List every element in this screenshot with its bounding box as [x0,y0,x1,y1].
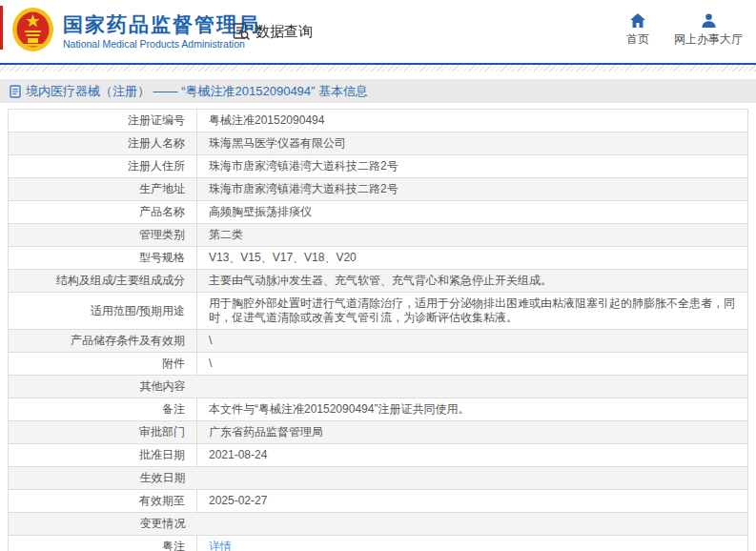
table-row: 审批部门 广东省药品监督管理局 [9,421,748,444]
field-value: 广东省药品监督管理局 [197,421,748,444]
site-subtitle: National Medical Products Administration [63,38,260,50]
home-icon [630,13,645,28]
field-value: 2025-02-27 [197,490,748,513]
table-row: 备注 本文件与“粤械注准20152090494”注册证共同使用。 [9,398,748,421]
document-icon [10,85,21,98]
field-label: 注册证编号 [9,110,197,133]
field-label: 生产地址 [9,178,197,201]
user-icon [702,13,716,28]
table-row: 附件 \ [9,353,748,376]
nav-home-label: 首页 [626,31,649,48]
field-value: 2021-08-24 [197,444,748,467]
data-query-label: 数据查询 [255,23,313,41]
table-row: 产品名称 高频胸壁振荡排痰仪 [9,201,748,224]
table-row: 注册人名称 珠海黑马医学仪器有限公司 [9,133,748,155]
field-value: 粤械注准20152090494 [197,110,748,133]
field-value: 珠海市唐家湾镇港湾大道科技二路2号 [197,155,748,178]
table-row: 结构及组成/主要组成成分 主要由气动脉冲发生器、充气软管、充气背心和紧急停止开关… [9,270,748,293]
table-row: 有效期至 2025-02-27 [9,490,748,513]
page-title-bar: 境内医疗器械（注册） —— “粤械注准20152090494” 基本信息 [0,79,756,103]
field-label: 型号规格 [9,247,197,270]
national-emblem-icon [11,7,54,54]
site-header: 国家药品监督管理局 National Medical Products Admi… [0,0,756,63]
field-value: 本文件与“粤械注准20152090494”注册证共同使用。 [197,398,748,421]
field-label: 审批部门 [9,421,197,444]
red-edge-strip [0,6,3,50]
page-title: 境内医疗器械（注册） —— “粤械注准20152090494” 基本信息 [26,83,368,100]
field-value: \ [197,353,748,376]
hatch-pattern-strip [0,65,756,71]
field-label: 粤注 [9,536,197,551]
field-value: 珠海市唐家湾镇港湾大道科技二路2号 [197,178,748,201]
field-value: 用于胸腔外部处置时进行气道清除治疗，适用于分泌物排出困难或由粘液阻塞引起的肺膨胀… [197,293,748,330]
field-value [197,467,748,490]
site-title: 国家药品监督管理局 [63,12,260,37]
field-label: 批准日期 [9,444,197,467]
field-value: 珠海黑马医学仪器有限公司 [197,133,748,155]
detail-link[interactable]: 详情 [209,540,232,551]
field-label: 有效期至 [9,490,197,513]
table-row: 型号规格 V13、V15、V17、V18、V20 [9,247,748,270]
field-label: 结构及组成/主要组成成分 [9,270,197,293]
table-row: 生产地址 珠海市唐家湾镇港湾大道科技二路2号 [9,178,748,201]
field-label: 产品名称 [9,201,197,224]
field-value: 第二类 [197,224,748,247]
field-value: 主要由气动脉冲发生器、充气软管、充气背心和紧急停止开关组成。 [197,270,748,293]
table-row: 注册人住所 珠海市唐家湾镇港湾大道科技二路2号 [9,155,748,178]
field-label: 注册人住所 [9,155,197,178]
table-row: 注册证编号 粤械注准20152090494 [9,110,748,133]
field-label: 其他内容 [9,376,197,398]
field-value: V13、V15、V17、V18、V20 [197,247,748,270]
table-row: 其他内容 [9,376,748,398]
table-row: 粤注 详情 [9,536,748,551]
registration-info-table: 注册证编号 粤械注准20152090494 注册人名称 珠海黑马医学仪器有限公司… [8,109,748,551]
field-label: 管理类别 [9,224,197,247]
field-label: 备注 [9,398,197,421]
nav-home[interactable]: 首页 [626,13,649,48]
spacer [0,71,756,79]
field-value: 高频胸壁振荡排痰仪 [197,201,748,224]
table-row: 批准日期 2021-08-24 [9,444,748,467]
table-row: 适用范围/预期用途 用于胸腔外部处置时进行气道清除治疗，适用于分泌物排出困难或由… [9,293,748,330]
header-nav: 首页 网上办事大厅 [626,13,743,48]
table-row: 生效日期 [9,467,748,490]
field-value: 详情 [197,536,748,551]
brand: 国家药品监督管理局 National Medical Products Admi… [11,7,260,54]
nav-online-hall-label: 网上办事大厅 [674,31,743,48]
field-value [197,376,748,398]
data-query-icon [232,22,251,41]
brand-text: 国家药品监督管理局 National Medical Products Admi… [63,12,260,50]
field-label: 变更情况 [9,513,197,536]
table-row: 产品储存条件及有效期 \ [9,330,748,353]
nav-online-hall[interactable]: 网上办事大厅 [674,13,743,48]
field-label: 注册人名称 [9,133,197,155]
table-row: 变更情况 [9,513,748,536]
field-label: 产品储存条件及有效期 [9,330,197,353]
field-label: 生效日期 [9,467,197,490]
field-value [197,513,748,536]
table-row: 管理类别 第二类 [9,224,748,247]
data-query-tab[interactable]: 数据查询 [232,22,313,41]
field-label: 附件 [9,353,197,376]
field-label: 适用范围/预期用途 [9,293,197,330]
field-value: \ [197,330,748,353]
